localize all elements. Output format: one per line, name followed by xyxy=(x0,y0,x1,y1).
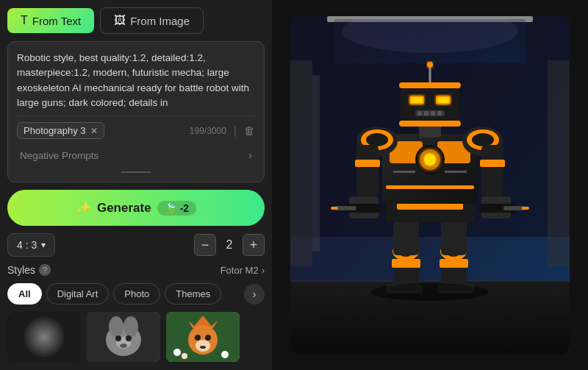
svg-rect-80 xyxy=(437,97,449,103)
left-panel: T From Text 🖼 From Image Robotic style, … xyxy=(0,0,272,370)
svg-point-5 xyxy=(123,316,138,337)
style-preview-3[interactable] xyxy=(166,312,240,362)
generate-button[interactable]: ✨ Generate 🍃 -2 xyxy=(7,190,265,226)
controls-row: 4 : 3 ▾ − 2 + xyxy=(7,233,265,257)
svg-point-18 xyxy=(200,346,206,349)
svg-rect-74 xyxy=(401,82,459,127)
style-preview-2[interactable] xyxy=(87,312,160,362)
prompt-footer: Photography 3 ✕ 199/3000 | 🗑 xyxy=(17,115,255,139)
style-previews xyxy=(7,312,265,362)
svg-point-60 xyxy=(472,133,494,146)
svg-rect-27 xyxy=(290,60,312,266)
svg-rect-28 xyxy=(548,60,570,266)
style-tab-digital-art[interactable]: Digital Art xyxy=(46,283,110,305)
chevron-down-icon: ▾ xyxy=(41,240,46,250)
svg-point-20 xyxy=(182,353,187,359)
leaf-icon: 🍃 xyxy=(165,202,177,214)
svg-point-9 xyxy=(120,344,127,348)
negative-prompts-label: Negative Prompts xyxy=(20,150,98,161)
image-icon: 🖼 xyxy=(114,14,126,27)
aspect-ratio-select[interactable]: 4 : 3 ▾ xyxy=(7,233,55,257)
svg-rect-54 xyxy=(445,171,467,173)
svg-rect-29 xyxy=(312,75,320,252)
svg-point-17 xyxy=(205,335,211,341)
tag-close-btn[interactable]: ✕ xyxy=(90,126,98,136)
styles-label: Styles xyxy=(7,264,35,276)
count-decrease-button[interactable]: − xyxy=(194,234,216,256)
tab-from-image[interactable]: 🖼 From Image xyxy=(100,7,204,34)
svg-point-88 xyxy=(371,283,489,301)
text-icon: T xyxy=(21,14,28,27)
count-increase-button[interactable]: + xyxy=(243,234,265,256)
svg-rect-63 xyxy=(481,145,503,196)
negative-prompts-row[interactable]: Negative Prompts › xyxy=(17,145,255,166)
svg-rect-52 xyxy=(386,185,474,189)
tab-from-text-label: From Text xyxy=(32,15,81,27)
generate-label: Generate xyxy=(97,201,151,216)
svg-rect-84 xyxy=(431,111,435,115)
prompt-input[interactable]: Robotic style, best quality:1.2, detaile… xyxy=(17,51,255,110)
tab-bar: T From Text 🖼 From Image xyxy=(7,7,265,34)
count-control: − 2 + xyxy=(194,234,265,256)
svg-point-1 xyxy=(24,316,65,357)
svg-rect-83 xyxy=(424,111,429,115)
style-tab-photo[interactable]: Photo xyxy=(113,283,160,305)
svg-rect-62 xyxy=(355,160,380,167)
svg-rect-68 xyxy=(331,207,338,210)
clear-prompt-button[interactable]: 🗑 xyxy=(244,124,255,137)
tab-from-text[interactable]: T From Text xyxy=(7,8,94,33)
svg-rect-75 xyxy=(399,82,461,88)
svg-point-19 xyxy=(173,349,181,356)
styles-header: Styles ? Fotor M2 › xyxy=(7,264,265,276)
tag-label: Photography 3 xyxy=(24,125,86,136)
svg-point-8 xyxy=(126,335,132,341)
svg-rect-61 xyxy=(356,145,379,196)
fotor-label: Fotor M2 xyxy=(220,265,259,276)
cost-value: -2 xyxy=(180,202,189,214)
svg-rect-76 xyxy=(399,121,461,127)
svg-point-87 xyxy=(427,62,433,68)
style-tab-all[interactable]: All xyxy=(7,283,42,305)
style-tab-themes[interactable]: Themes xyxy=(165,283,221,305)
svg-point-51 xyxy=(424,154,436,166)
robot-image xyxy=(290,16,570,355)
cost-badge: 🍃 -2 xyxy=(157,201,196,216)
prompt-box: Robotic style, best quality:1.2, detaile… xyxy=(7,41,265,182)
chevron-right-icon: › xyxy=(248,149,252,161)
svg-rect-85 xyxy=(437,111,442,115)
style-tabs: All Digital Art Photo Themes › xyxy=(7,283,265,305)
svg-rect-72 xyxy=(522,207,529,210)
drag-handle xyxy=(121,171,151,173)
svg-rect-82 xyxy=(417,111,422,115)
styles-title: Styles ? xyxy=(7,264,51,276)
sparkle-icon: ✨ xyxy=(76,200,91,216)
svg-point-21 xyxy=(221,351,229,358)
tab-from-image-label: From Image xyxy=(130,15,190,27)
style-tab-next-button[interactable]: › xyxy=(244,284,265,305)
aspect-value: 4 : 3 xyxy=(17,239,37,251)
style-preview-1[interactable] xyxy=(7,312,81,362)
svg-point-57 xyxy=(366,133,388,146)
svg-rect-79 xyxy=(411,97,423,103)
count-value: 2 xyxy=(223,238,235,252)
fotor-link[interactable]: Fotor M2 › xyxy=(220,265,265,276)
photography-tag: Photography 3 ✕ xyxy=(17,122,104,139)
fotor-chevron-icon: › xyxy=(262,265,265,276)
right-panel xyxy=(272,0,588,370)
char-count: 199/3000 xyxy=(190,126,226,136)
help-text: ? xyxy=(43,266,47,274)
svg-point-4 xyxy=(109,316,123,337)
divider: | xyxy=(234,124,237,138)
svg-rect-64 xyxy=(480,160,505,167)
svg-rect-53 xyxy=(393,171,415,173)
svg-point-16 xyxy=(195,335,201,341)
svg-point-7 xyxy=(115,335,121,341)
help-icon[interactable]: ? xyxy=(39,264,51,276)
